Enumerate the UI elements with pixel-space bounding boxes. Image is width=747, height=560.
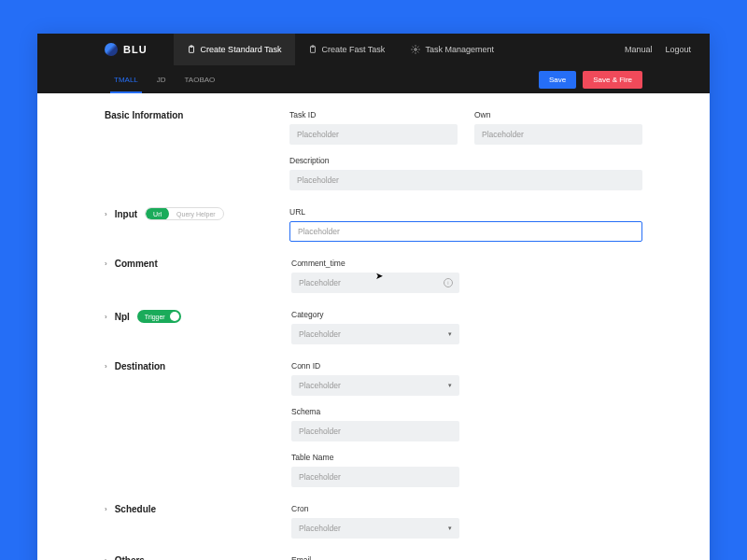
nav-label: Task Management bbox=[425, 45, 494, 54]
chevron-right-icon[interactable]: › bbox=[105, 259, 107, 268]
pill-query-helper[interactable]: Query Helper bbox=[169, 207, 223, 220]
label-category: Category bbox=[291, 310, 459, 319]
section-title: Basic Information bbox=[105, 110, 183, 120]
nav-label: Create Fast Task bbox=[322, 45, 386, 54]
topbar-right: Manual Logout bbox=[625, 45, 691, 54]
logout-link[interactable]: Logout bbox=[665, 45, 691, 54]
cron-select[interactable] bbox=[291, 518, 459, 539]
schema-input[interactable] bbox=[291, 421, 459, 441]
nav-create-standard[interactable]: Create Standard Task bbox=[174, 34, 295, 65]
section-basic: Basic Information Task ID Own Descriptio… bbox=[105, 110, 642, 190]
section-npl: › Npl Trigger Category ▾ bbox=[105, 310, 642, 344]
toggle-knob bbox=[170, 312, 179, 321]
form-content: Basic Information Task ID Own Descriptio… bbox=[37, 93, 710, 560]
pill-url[interactable]: Url bbox=[146, 207, 169, 220]
save-button[interactable]: Save bbox=[539, 71, 576, 89]
logo-icon bbox=[105, 43, 118, 56]
subbar-actions: Save Save & Fire bbox=[539, 71, 642, 89]
gear-icon bbox=[411, 45, 420, 54]
save-fire-button[interactable]: Save & Fire bbox=[583, 71, 642, 89]
section-destination: › Destination Conn ID ▾ Schema Table Nam… bbox=[105, 361, 642, 487]
section-schedule: › Schedule Cron ▾ bbox=[105, 504, 642, 539]
url-input[interactable] bbox=[289, 221, 642, 242]
label-schema: Schema bbox=[291, 407, 459, 416]
label-conn-id: Conn ID bbox=[291, 361, 459, 371]
logo: BLU bbox=[105, 43, 148, 56]
label-url: URL bbox=[289, 207, 642, 217]
label-comment-time: Comment_time bbox=[291, 259, 459, 268]
task-id-input[interactable] bbox=[289, 124, 458, 145]
own-input[interactable] bbox=[474, 124, 642, 145]
trigger-toggle[interactable]: Trigger bbox=[137, 310, 181, 323]
conn-id-select[interactable] bbox=[291, 375, 459, 396]
label-own: Own bbox=[474, 110, 642, 119]
category-select[interactable] bbox=[291, 324, 459, 344]
input-mode-toggle[interactable]: Url Query Helper bbox=[145, 207, 224, 220]
chevron-right-icon[interactable]: › bbox=[105, 313, 107, 321]
label-description: Description bbox=[289, 156, 642, 165]
section-title: Comment bbox=[115, 259, 158, 269]
label-table-name: Table Name bbox=[291, 453, 459, 462]
comment-time-input[interactable] bbox=[291, 273, 459, 293]
section-title: Input bbox=[115, 209, 137, 219]
tab-jd[interactable]: JD bbox=[148, 65, 176, 93]
label-cron: Cron bbox=[291, 504, 459, 513]
chevron-right-icon[interactable]: › bbox=[105, 362, 107, 371]
clipboard-icon bbox=[187, 45, 196, 54]
section-title: Npl bbox=[115, 312, 130, 322]
section-title: Destination bbox=[115, 361, 165, 371]
chevron-right-icon[interactable]: › bbox=[105, 505, 107, 513]
tab-tmall[interactable]: TMALL bbox=[105, 65, 148, 93]
description-input[interactable] bbox=[289, 170, 642, 190]
chevron-right-icon[interactable]: › bbox=[105, 210, 107, 218]
chevron-right-icon[interactable]: › bbox=[105, 556, 107, 560]
label-task-id: Task ID bbox=[289, 110, 458, 119]
table-name-input[interactable] bbox=[291, 467, 459, 487]
subbar: TMALL JD TAOBAO Save Save & Fire bbox=[37, 65, 710, 93]
label-email: Email bbox=[291, 555, 459, 560]
manual-link[interactable]: Manual bbox=[625, 45, 653, 54]
nav-create-fast[interactable]: Create Fast Task bbox=[295, 34, 399, 65]
section-others: › Others Email ▾ bbox=[105, 555, 642, 560]
info-icon[interactable]: i bbox=[444, 278, 453, 287]
section-title: Others bbox=[115, 555, 145, 560]
nav-task-management[interactable]: Task Management bbox=[398, 34, 507, 65]
nav-label: Create Standard Task bbox=[201, 45, 282, 54]
svg-point-4 bbox=[415, 49, 417, 51]
tab-taobao[interactable]: TAOBAO bbox=[176, 65, 225, 93]
topbar: BLU Create Standard Task Create Fast Tas… bbox=[37, 34, 710, 65]
clipboard-icon bbox=[308, 45, 317, 54]
section-title: Schedule bbox=[115, 504, 156, 514]
toggle-label: Trigger bbox=[145, 314, 165, 320]
logo-text: BLU bbox=[123, 44, 148, 55]
section-input: › Input Url Query Helper URL bbox=[105, 207, 642, 242]
app-window: BLU Create Standard Task Create Fast Tas… bbox=[37, 34, 710, 560]
section-comment: › Comment Comment_time i bbox=[105, 259, 642, 293]
